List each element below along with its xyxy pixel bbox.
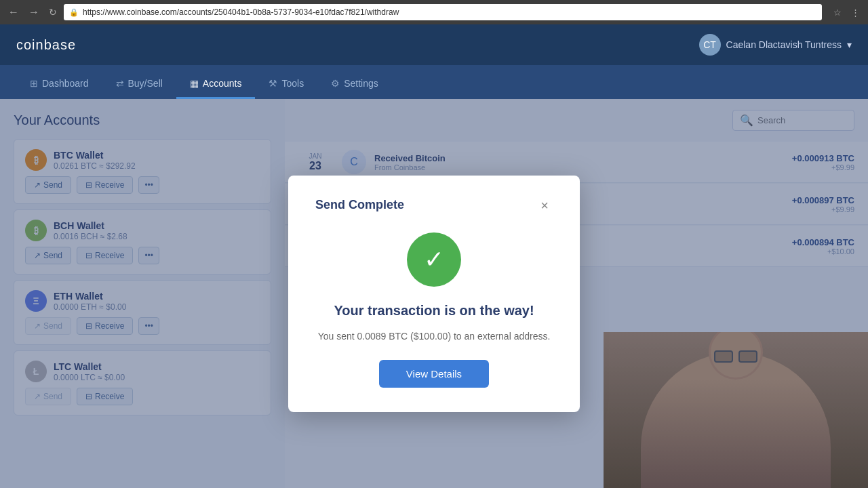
app-logo: coinbase (16, 37, 76, 53)
user-name: Caelan Dlactavish Tuntress (726, 39, 842, 50)
tab-buysell[interactable]: ⇄ Buy/Sell (102, 70, 176, 99)
tab-dashboard-label: Dashboard (42, 78, 89, 89)
menu-button[interactable]: ⋮ (848, 5, 863, 20)
browser-chrome: ← → ↻ 🔒 https://www.coinbase.com/account… (0, 0, 868, 24)
user-dropdown-icon: ▾ (847, 39, 852, 50)
user-area[interactable]: CT Caelan Dlactavish Tuntress ▾ (699, 34, 852, 56)
tab-tools[interactable]: ⚒ Tools (255, 70, 317, 99)
tab-accounts[interactable]: ▦ Accounts (176, 70, 256, 99)
modal-close-button[interactable]: × (536, 197, 553, 214)
back-button[interactable]: ← (5, 4, 22, 20)
avatar: CT (699, 34, 721, 56)
nav-tabs: ⊞ Dashboard ⇄ Buy/Sell ▦ Accounts ⚒ Tool… (0, 65, 868, 99)
modal-overlay[interactable]: Send Complete × ✓ Your transaction is on… (0, 99, 868, 488)
tab-dashboard[interactable]: ⊞ Dashboard (16, 70, 102, 99)
checkmark-icon: ✓ (424, 247, 444, 272)
tab-settings-label: Settings (344, 78, 378, 89)
tab-tools-label: Tools (281, 78, 304, 89)
view-details-button[interactable]: View Details (379, 360, 489, 388)
tools-icon: ⚒ (269, 78, 277, 89)
modal-body: ✓ Your transaction is on the way! You se… (315, 232, 553, 388)
browser-actions: ☆ ⋮ (830, 5, 863, 20)
accounts-icon: ▦ (190, 78, 199, 89)
app: coinbase CT Caelan Dlactavish Tuntress ▾… (0, 24, 868, 488)
send-complete-modal: Send Complete × ✓ Your transaction is on… (288, 176, 580, 412)
modal-description: You sent 0.0089 BTC ($100.00) to an exte… (318, 329, 551, 344)
modal-title: Send Complete (315, 198, 404, 212)
modal-headline: Your transaction is on the way! (334, 303, 534, 319)
main-content: Your Accounts ₿ BTC Wallet 0.0261 BTC ≈ … (0, 99, 868, 488)
forward-button[interactable]: → (26, 4, 42, 20)
settings-icon: ⚙ (331, 78, 340, 89)
tab-buysell-label: Buy/Sell (128, 78, 163, 89)
tab-settings[interactable]: ⚙ Settings (317, 70, 392, 99)
success-icon: ✓ (407, 232, 461, 287)
address-bar[interactable]: 🔒 https://www.coinbase.com/accounts/2504… (64, 4, 822, 20)
tab-accounts-label: Accounts (203, 78, 242, 89)
star-button[interactable]: ☆ (830, 5, 845, 20)
address-text: https://www.coinbase.com/accounts/250404… (83, 7, 399, 17)
reload-button[interactable]: ↻ (46, 5, 60, 19)
buysell-icon: ⇄ (116, 78, 124, 89)
lock-icon: 🔒 (69, 8, 79, 17)
top-nav: coinbase CT Caelan Dlactavish Tuntress ▾ (0, 24, 868, 65)
dashboard-icon: ⊞ (30, 78, 38, 89)
